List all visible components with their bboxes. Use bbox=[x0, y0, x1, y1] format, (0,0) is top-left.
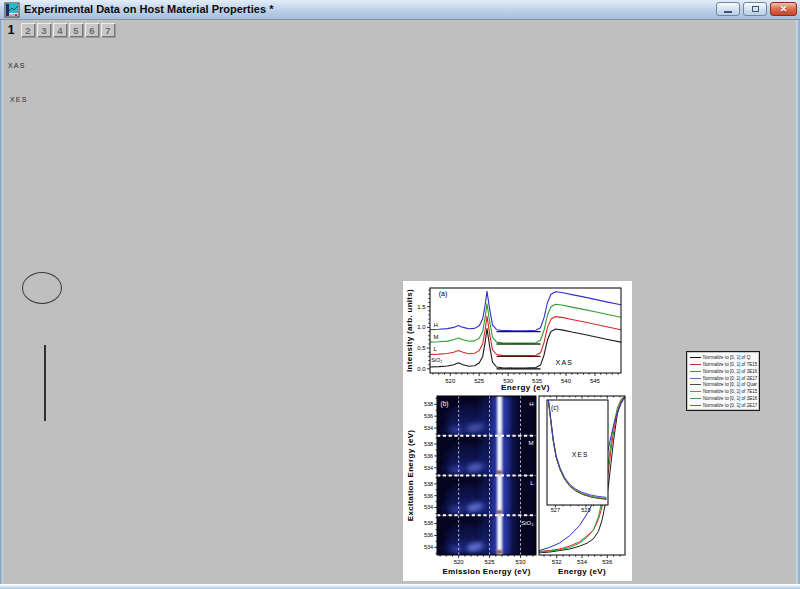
app-window: Experimental Data on Host Material Prope… bbox=[0, 0, 800, 589]
figure-svg: 5205255305355405450.00.51.01.5Energy (eV… bbox=[403, 281, 632, 581]
svg-text:Emission Energy (eV): Emission Energy (eV) bbox=[442, 567, 530, 576]
svg-text:XES: XES bbox=[572, 451, 589, 458]
svg-text:(b): (b) bbox=[441, 400, 449, 408]
spectra-figure[interactable]: 5205255305355405450.00.51.01.5Energy (eV… bbox=[403, 281, 632, 581]
svg-text:0.0: 0.0 bbox=[417, 366, 426, 372]
svg-text:538: 538 bbox=[424, 441, 433, 447]
panel-b: H534536538M534536538L534536538SiO₂534536… bbox=[406, 395, 536, 576]
svg-text:540: 540 bbox=[561, 378, 572, 384]
svg-text:0.5: 0.5 bbox=[417, 345, 426, 351]
svg-text:Intensity (arb. units): Intensity (arb. units) bbox=[405, 289, 414, 372]
tab-strip: 1 234567 bbox=[6, 23, 115, 37]
legend-row-8: Normalize to [0, 1] of 2E17 bbox=[690, 403, 757, 409]
svg-text:1.0: 1.0 bbox=[417, 324, 426, 330]
title-bar: Experimental Data on Host Material Prope… bbox=[0, 0, 800, 20]
svg-text:536: 536 bbox=[424, 493, 433, 499]
svg-text:1.5: 1.5 bbox=[417, 304, 426, 310]
legend-entry-label: Normalize to [0, 1] of Q bbox=[703, 355, 750, 360]
panel-c: 532534536Energy (eV)527529(c)XES bbox=[539, 396, 625, 576]
svg-text:529: 529 bbox=[581, 507, 590, 513]
legend-line-sample bbox=[690, 384, 701, 385]
svg-text:SiO₂: SiO₂ bbox=[431, 357, 442, 363]
svg-text:536: 536 bbox=[424, 413, 433, 419]
svg-text:(c): (c) bbox=[551, 404, 559, 412]
svg-text:525: 525 bbox=[474, 378, 485, 384]
svg-text:530: 530 bbox=[516, 559, 527, 565]
svg-text:525: 525 bbox=[485, 559, 496, 565]
legend-row-3: Normalize to [0, 1] of 3E16 bbox=[690, 368, 757, 374]
legend-line-sample bbox=[690, 391, 701, 392]
panel-a: 5205255305355405450.00.51.01.5Energy (eV… bbox=[405, 288, 621, 392]
svg-text:532: 532 bbox=[552, 559, 563, 565]
maximize-button[interactable] bbox=[743, 2, 767, 16]
window-controls: ✕ bbox=[716, 2, 797, 16]
svg-text:M: M bbox=[433, 334, 438, 340]
svg-text:538: 538 bbox=[424, 481, 433, 487]
window-title: Experimental Data on Host Material Prope… bbox=[24, 3, 273, 15]
legend-line-sample bbox=[690, 357, 701, 358]
svg-text:534: 534 bbox=[577, 559, 588, 565]
xas-label: XAS bbox=[8, 62, 26, 69]
legend-row-6: Normalize to [0, 1] of 7E15 bbox=[690, 389, 757, 395]
svg-text:Energy (eV): Energy (eV) bbox=[558, 567, 606, 576]
legend-row-4: Normalize to [0, 1] of 2E17 bbox=[690, 375, 757, 381]
legend-row-2: Normalize to [0, 1] of 7E15 bbox=[690, 361, 757, 367]
svg-text:534: 534 bbox=[424, 425, 433, 431]
legend-entry-label: Normalize to [0, 1] of 7E15 bbox=[703, 389, 757, 394]
svg-text:534: 534 bbox=[424, 504, 433, 510]
legend-row-5: Normalize to [0, 1] of Quartz bbox=[690, 382, 757, 388]
svg-text:527: 527 bbox=[551, 507, 560, 513]
xes-label: XES bbox=[10, 96, 28, 103]
close-button[interactable]: ✕ bbox=[770, 2, 797, 16]
legend-entry-label: Normalize to [0, 1] of 3E16 bbox=[703, 396, 757, 401]
svg-text:L: L bbox=[433, 346, 437, 352]
svg-text:XAS: XAS bbox=[556, 359, 574, 366]
svg-text:536: 536 bbox=[424, 453, 433, 459]
svg-text:M: M bbox=[529, 440, 534, 446]
legend-line-sample bbox=[690, 378, 701, 379]
tab-1-active[interactable]: 1 bbox=[6, 23, 16, 37]
legend-line-sample bbox=[690, 398, 701, 399]
line-annotation[interactable] bbox=[44, 345, 46, 421]
svg-text:H: H bbox=[433, 322, 437, 328]
tab-7[interactable]: 7 bbox=[101, 23, 115, 37]
tab-3[interactable]: 3 bbox=[37, 23, 51, 37]
svg-text:Energy (eV): Energy (eV) bbox=[501, 383, 550, 392]
legend-entry-label: Normalize to [0, 1] of Quartz bbox=[703, 382, 757, 387]
ellipse-annotation[interactable] bbox=[22, 272, 62, 304]
maximize-icon bbox=[752, 6, 759, 12]
legend-entry-label: Normalize to [0, 1] of 3E16 bbox=[703, 369, 757, 374]
svg-text:534: 534 bbox=[424, 465, 433, 471]
svg-text:H: H bbox=[529, 401, 533, 407]
legend-line-sample bbox=[690, 364, 701, 365]
legend-line-sample bbox=[690, 371, 701, 372]
tab-6[interactable]: 6 bbox=[85, 23, 99, 37]
tab-5[interactable]: 5 bbox=[69, 23, 83, 37]
svg-text:545: 545 bbox=[590, 378, 601, 384]
minimize-button[interactable] bbox=[716, 2, 740, 16]
svg-text:SiO₂: SiO₂ bbox=[521, 520, 534, 526]
svg-text:536: 536 bbox=[602, 559, 613, 565]
legend-entry-label: Normalize to [0, 1] of 7E15 bbox=[703, 362, 757, 367]
legend-entry-label: Normalize to [0, 1] of 2E17 bbox=[703, 403, 757, 408]
window-border-left bbox=[0, 20, 3, 589]
svg-text:538: 538 bbox=[424, 520, 433, 526]
legend-entry-label: Normalize to [0, 1] of 2E17 bbox=[703, 376, 757, 381]
tab-4[interactable]: 4 bbox=[53, 23, 67, 37]
svg-text:520: 520 bbox=[454, 559, 465, 565]
minimize-icon bbox=[724, 11, 732, 13]
svg-text:536: 536 bbox=[424, 532, 433, 538]
svg-text:(a): (a) bbox=[439, 290, 448, 298]
legend[interactable]: Normalize to [0, 1] of QNormalize to [0,… bbox=[686, 351, 760, 411]
app-icon bbox=[4, 2, 20, 18]
legend-line-sample bbox=[690, 405, 701, 406]
svg-text:520: 520 bbox=[445, 378, 456, 384]
svg-text:538: 538 bbox=[424, 401, 433, 407]
close-icon: ✕ bbox=[780, 4, 788, 14]
legend-row-1: Normalize to [0, 1] of Q bbox=[690, 354, 757, 360]
svg-text:534: 534 bbox=[424, 544, 433, 550]
legend-row-7: Normalize to [0, 1] of 3E16 bbox=[690, 396, 757, 402]
window-border-bottom bbox=[0, 584, 800, 589]
svg-text:Excitation Energy (eV): Excitation Energy (eV) bbox=[406, 430, 415, 522]
tab-2[interactable]: 2 bbox=[21, 23, 35, 37]
